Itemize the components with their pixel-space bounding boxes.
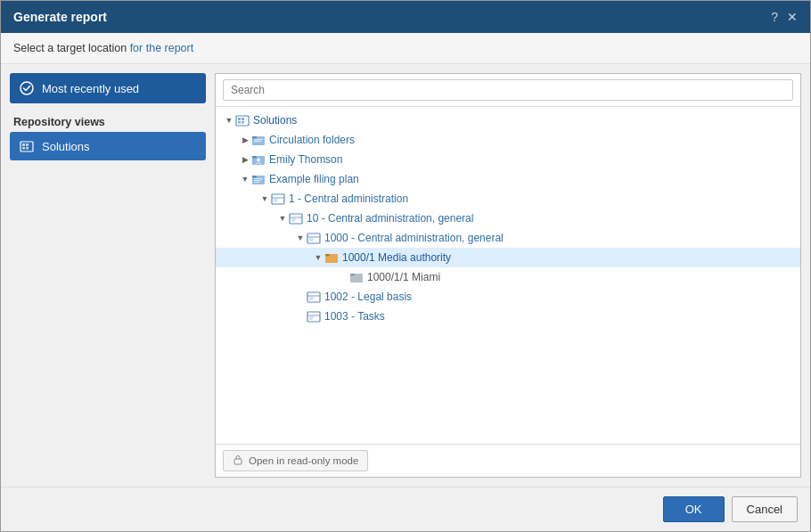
svg-rect-1	[20, 142, 33, 151]
tree-node-label: Emily Thomson	[269, 153, 342, 166]
tree-node-label: 1000 - Central administration, general	[324, 232, 504, 244]
expand-icon[interactable]: ▼	[276, 212, 289, 225]
tree-row[interactable]: ▶ 1003 - Tasks	[216, 307, 800, 326]
svg-rect-34	[309, 241, 313, 241]
repository-views-label: Repository views	[10, 110, 206, 130]
tree-row[interactable]: ▼ 1000/1 Media authority	[216, 248, 800, 267]
search-input[interactable]	[223, 79, 793, 101]
svg-rect-25	[274, 200, 278, 201]
svg-rect-29	[291, 219, 296, 220]
svg-rect-19	[252, 176, 257, 178]
tree-node-label: 1000/1 Media authority	[342, 251, 451, 264]
svg-rect-45	[309, 317, 314, 318]
expand-icon[interactable]: ▶	[239, 134, 251, 146]
gray-folder-icon	[349, 270, 364, 284]
close-icon[interactable]: ✕	[787, 10, 798, 24]
generate-report-dialog: Generate report ? ✕ Select a target loca…	[0, 0, 811, 532]
doc-folder-icon	[289, 211, 303, 225]
svg-rect-42	[309, 299, 313, 300]
recently-used-button[interactable]: Most recently used	[10, 73, 206, 103]
dialog-body: Most recently used Repository views Solu…	[1, 64, 810, 487]
left-panel: Most recently used Repository views Solu…	[10, 73, 206, 478]
dialog-footer: OK Cancel	[1, 487, 810, 531]
tree-row[interactable]: ▼ 1 - Central administration	[216, 189, 800, 209]
filing-plan-icon	[251, 172, 266, 186]
expand-icon[interactable]: ▼	[258, 192, 271, 205]
recently-used-label: Most recently used	[42, 82, 139, 95]
tree-node-label: Circulation folders	[269, 134, 355, 146]
svg-rect-47	[234, 459, 242, 464]
svg-rect-3	[26, 143, 29, 146]
tree-node-label: Solutions	[253, 114, 297, 127]
svg-point-0	[20, 82, 33, 94]
doc-folder-icon	[307, 290, 321, 304]
tree-node-label: 1 - Central administration	[289, 192, 408, 205]
svg-rect-9	[238, 121, 241, 124]
svg-rect-8	[242, 118, 244, 120]
circulation-folder-icon	[251, 133, 266, 147]
svg-rect-41	[309, 298, 314, 299]
tree-row[interactable]: ▼ Solutions	[216, 110, 800, 130]
svg-rect-4	[22, 147, 25, 150]
search-bar	[216, 74, 800, 107]
check-circle-icon	[19, 80, 35, 96]
svg-rect-10	[242, 121, 244, 124]
expand-icon[interactable]: ▼	[223, 114, 235, 127]
expand-icon[interactable]: ▼	[312, 251, 324, 264]
dialog-subtitle: Select a target location for the report	[1, 33, 810, 64]
tree-node-label: 1003 - Tasks	[324, 310, 385, 323]
svg-rect-46	[309, 319, 313, 320]
svg-rect-7	[238, 118, 241, 120]
right-panel: ▼ Solutions ▶	[215, 73, 801, 478]
svg-rect-5	[26, 147, 29, 150]
orange-folder-icon	[324, 250, 339, 265]
doc-folder-icon	[307, 231, 321, 245]
readonly-icon	[233, 454, 243, 467]
tree-footer: Open in read-only mode	[216, 444, 800, 477]
svg-rect-22	[254, 182, 259, 183]
dialog-header: Generate report ? ✕	[1, 1, 810, 33]
help-icon[interactable]: ?	[771, 10, 778, 24]
doc-folder-icon	[307, 309, 321, 323]
tree-node-label: Example filing plan	[269, 173, 359, 185]
tree-node-label: 1000/1/1 Miami	[367, 271, 440, 283]
expand-icon[interactable]: ▼	[239, 173, 251, 185]
svg-rect-14	[254, 141, 261, 142]
svg-rect-16	[252, 156, 257, 159]
tree-row[interactable]: ▼ Example filing plan	[216, 169, 800, 189]
svg-rect-26	[274, 201, 277, 202]
svg-rect-2	[22, 143, 25, 146]
svg-rect-30	[291, 221, 295, 222]
solutions-nav-label: Solutions	[42, 140, 89, 153]
svg-rect-13	[254, 139, 263, 140]
solutions-nav-item[interactable]: Solutions	[10, 132, 206, 160]
tree-row[interactable]: ▶ Circulation folders	[216, 130, 800, 150]
readonly-label: Open in read-only mode	[249, 455, 358, 466]
svg-rect-6	[236, 116, 249, 126]
svg-rect-12	[252, 136, 257, 139]
expand-icon[interactable]: ▼	[294, 232, 307, 244]
ok-button[interactable]: OK	[663, 496, 725, 522]
tree-row[interactable]: ▶ 1002 - Legal basis	[216, 287, 800, 307]
solutions-tree-icon	[235, 113, 250, 127]
tree-row[interactable]: ▼ 1000 - Central administration, general	[216, 228, 800, 248]
header-icons: ? ✕	[771, 10, 798, 24]
tree-node-label: 1002 - Legal basis	[324, 291, 412, 303]
subtitle-plain: Select a target location	[13, 42, 130, 54]
tree-row[interactable]: ▶ Emily Thomson	[216, 150, 800, 169]
person-folder-icon	[251, 152, 266, 167]
doc-folder-icon	[271, 192, 285, 206]
svg-rect-20	[254, 178, 263, 179]
subtitle-link[interactable]: for the report	[130, 42, 194, 54]
svg-point-17	[257, 159, 260, 162]
cancel-button[interactable]: Cancel	[732, 496, 798, 522]
solutions-icon	[19, 138, 35, 154]
tree-row[interactable]: ▶ 1000/1/1 Miami	[216, 267, 800, 287]
expand-icon[interactable]: ▶	[239, 153, 251, 166]
tree-row[interactable]: ▼ 10 - Central administration, general	[216, 209, 800, 228]
svg-rect-38	[350, 274, 355, 276]
dialog-title: Generate report	[13, 10, 107, 24]
tree-container[interactable]: ▼ Solutions ▶	[216, 107, 800, 444]
open-readonly-button[interactable]: Open in read-only mode	[223, 450, 368, 471]
svg-rect-33	[309, 239, 314, 240]
